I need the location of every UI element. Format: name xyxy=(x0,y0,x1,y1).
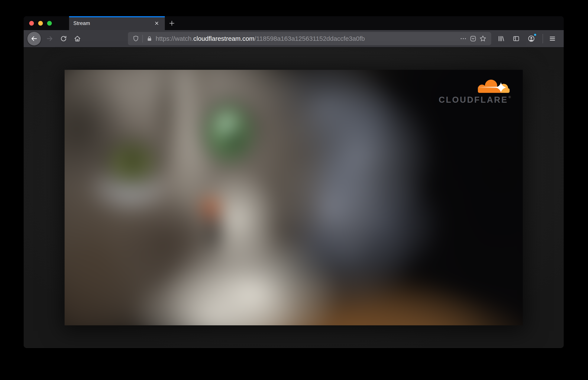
shield-icon[interactable] xyxy=(131,34,140,44)
new-tab-button[interactable] xyxy=(165,16,179,30)
toolbar-right-group xyxy=(495,33,560,45)
star-icon xyxy=(479,35,487,42)
library-icon xyxy=(497,35,505,42)
page-actions-button[interactable] xyxy=(458,34,468,44)
page-content: CLOUDFLARE® xyxy=(24,48,564,347)
sidebar-button[interactable] xyxy=(510,33,522,45)
library-button[interactable] xyxy=(495,33,507,45)
tab-close-icon[interactable] xyxy=(153,19,161,28)
cloudflare-wordmark: CLOUDFLARE® xyxy=(439,95,511,104)
url-scheme: https://watch. xyxy=(156,35,193,42)
pocket-button[interactable] xyxy=(468,34,478,44)
account-button[interactable] xyxy=(525,33,537,45)
address-bar[interactable]: https://watch.cloudflarestream.com/11859… xyxy=(128,32,491,45)
bookmark-button[interactable] xyxy=(478,34,488,44)
minimize-window-button[interactable] xyxy=(38,21,43,26)
browser-window: Stream xyxy=(24,16,564,348)
address-bar-divider xyxy=(142,35,143,42)
cloudflare-cloud-logo-icon xyxy=(475,78,511,94)
hamburger-menu-icon xyxy=(549,35,556,42)
navigation-toolbar: https://watch.cloudflarestream.com/11859… xyxy=(24,30,564,48)
window-controls xyxy=(24,16,69,30)
forward-button[interactable] xyxy=(44,33,56,45)
padlock-icon[interactable] xyxy=(145,34,154,44)
plus-icon xyxy=(168,20,175,27)
home-button[interactable] xyxy=(71,33,83,45)
tab-stream[interactable]: Stream xyxy=(69,16,165,30)
tab-bar: Stream xyxy=(24,16,564,30)
tab-title: Stream xyxy=(73,20,90,26)
reload-button[interactable] xyxy=(58,33,69,45)
menu-button[interactable] xyxy=(546,33,558,45)
toolbar-divider xyxy=(543,34,543,43)
reload-icon xyxy=(60,35,67,42)
sidebar-icon xyxy=(513,35,520,42)
close-window-button[interactable] xyxy=(29,21,34,26)
url-text[interactable]: https://watch.cloudflarestream.com/11859… xyxy=(156,35,458,42)
ellipsis-icon xyxy=(460,35,467,42)
home-icon xyxy=(74,35,81,42)
url-domain: cloudflarestream.com xyxy=(193,35,255,42)
arrow-right-icon xyxy=(46,35,53,42)
cloudflare-watermark: CLOUDFLARE® xyxy=(439,78,511,104)
back-button[interactable] xyxy=(27,32,41,46)
account-notification-dot xyxy=(534,33,537,37)
video-frame-cat xyxy=(65,70,523,325)
pocket-save-icon xyxy=(469,35,477,42)
video-player[interactable]: CLOUDFLARE® xyxy=(65,70,523,325)
arrow-left-icon xyxy=(31,35,38,42)
zoom-window-button[interactable] xyxy=(47,21,52,26)
url-path: /118598a163a125631152ddaccfe3a0fb xyxy=(255,35,365,42)
